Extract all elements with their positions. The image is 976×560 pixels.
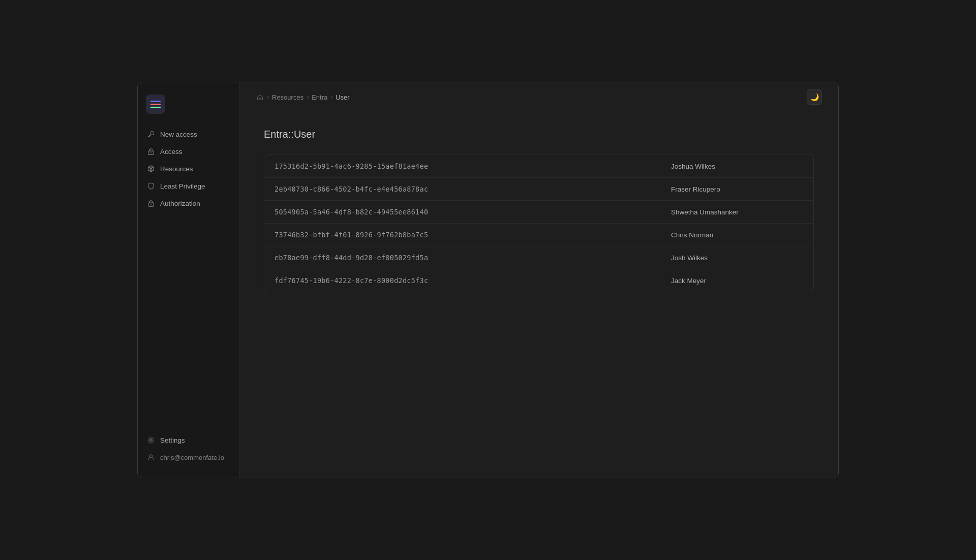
breadcrumb-resources[interactable]: Resources — [272, 94, 303, 101]
sidebar-item-least-privilege[interactable]: Least Privilege — [142, 178, 235, 194]
breadcrumb-sep-2: › — [307, 94, 309, 101]
table-cell-id: 175316d2-5b91-4ac6-9285-15aef81ae4ee — [274, 162, 671, 170]
sidebar-nav: New access Access — [138, 126, 239, 428]
page-title: Entra::User — [264, 129, 814, 140]
app-window: New access Access — [137, 82, 839, 478]
sidebar-item-settings[interactable]: Settings — [142, 432, 235, 448]
table-row[interactable]: eb78ae99-dff8-44dd-9d28-ef805029fd5aJosh… — [264, 246, 813, 269]
gear-icon — [147, 436, 155, 444]
table-row[interactable]: fdf76745-19b6-4222-8c7e-8000d2dc5f3cJack… — [264, 269, 813, 292]
svg-point-1 — [150, 152, 151, 153]
sidebar-item-label: New access — [160, 131, 197, 138]
topbar-actions: 🌙 — [807, 89, 822, 105]
app-logo — [146, 95, 165, 114]
table-cell-name: Chris Norman — [671, 231, 803, 239]
cube-icon — [147, 165, 155, 173]
table-cell-name: Josh Wilkes — [671, 254, 803, 262]
svg-point-5 — [149, 455, 152, 457]
breadcrumb-entra[interactable]: Entra — [312, 94, 327, 101]
main-content: › Resources › Entra › User 🌙 Entra::User… — [239, 82, 838, 478]
sidebar-item-label: Access — [160, 148, 182, 155]
unlock-icon — [147, 147, 155, 155]
user-email: chris@commonfate.io — [160, 454, 224, 461]
data-table: 175316d2-5b91-4ac6-9285-15aef81ae4eeJosh… — [264, 154, 814, 292]
table-row[interactable]: 2eb40730-c866-4502-b4fc-e4e456a878acFras… — [264, 178, 813, 201]
key-icon — [147, 130, 155, 138]
logo-line-1 — [150, 101, 161, 102]
table-cell-id: eb78ae99-dff8-44dd-9d28-ef805029fd5a — [274, 254, 671, 262]
table-cell-id: fdf76745-19b6-4222-8c7e-8000d2dc5f3c — [274, 276, 671, 285]
sidebar-item-authorization[interactable]: Authorization — [142, 195, 235, 211]
sidebar: New access Access — [138, 82, 239, 478]
table-row[interactable]: 5054905a-5a46-4df8-b82c-49455ee86140Shwe… — [264, 201, 813, 224]
sidebar-bottom: Settings chris@commonfate.io — [138, 428, 239, 470]
logo-line-3 — [150, 107, 161, 108]
sidebar-user: chris@commonfate.io — [142, 449, 235, 465]
topbar: › Resources › Entra › User 🌙 — [239, 82, 838, 112]
logo-line-2 — [150, 104, 161, 105]
breadcrumb-sep-1: › — [267, 94, 269, 101]
sidebar-item-label: Least Privilege — [160, 182, 205, 190]
svg-point-3 — [150, 204, 151, 205]
table-cell-id: 73746b32-bfbf-4f01-8926-9f762b8ba7c5 — [274, 231, 671, 239]
table-cell-name: Joshua Wilkes — [671, 163, 803, 170]
breadcrumb-sep-3: › — [330, 94, 332, 101]
table-row[interactable]: 73746b32-bfbf-4f01-8926-9f762b8ba7c5Chri… — [264, 224, 813, 246]
shield-icon — [147, 182, 155, 190]
breadcrumb: › Resources › Entra › User — [256, 93, 350, 101]
table-cell-id: 5054905a-5a46-4df8-b82c-49455ee86140 — [274, 208, 671, 216]
table-cell-name: Jack Meyer — [671, 277, 803, 285]
content-area: Entra::User 175316d2-5b91-4ac6-9285-15ae… — [239, 112, 838, 478]
sidebar-item-label: Settings — [160, 437, 185, 444]
home-icon — [256, 93, 264, 101]
logo-lines — [150, 101, 161, 108]
table-cell-id: 2eb40730-c866-4502-b4fc-e4e456a878ac — [274, 185, 671, 193]
svg-point-4 — [150, 439, 152, 441]
sidebar-item-resources[interactable]: Resources — [142, 161, 235, 177]
sidebar-item-access[interactable]: Access — [142, 143, 235, 160]
theme-toggle-button[interactable]: 🌙 — [807, 89, 822, 105]
sidebar-item-label: Authorization — [160, 200, 200, 207]
user-icon — [147, 453, 155, 461]
table-row[interactable]: 175316d2-5b91-4ac6-9285-15aef81ae4eeJosh… — [264, 155, 813, 178]
breadcrumb-user: User — [336, 94, 349, 101]
sidebar-item-new-access[interactable]: New access — [142, 126, 235, 142]
table-cell-name: Fraser Ricupero — [671, 185, 803, 193]
lock-icon — [147, 199, 155, 207]
sidebar-item-label: Resources — [160, 165, 193, 173]
sidebar-logo — [138, 90, 239, 126]
table-cell-name: Shwetha Umashanker — [671, 208, 803, 216]
